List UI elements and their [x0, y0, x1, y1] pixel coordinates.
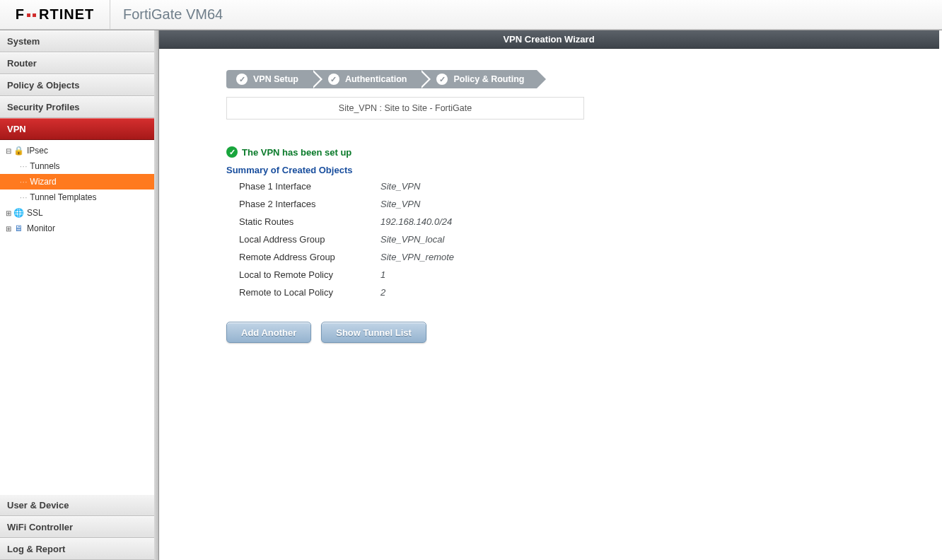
tree-ssl[interactable]: ⊞ 🌐 SSL — [0, 205, 155, 221]
wizard-steps: ✓ VPN Setup ✓ Authentication ✓ Policy & … — [226, 70, 942, 88]
tree-label: Monitor — [27, 223, 155, 233]
row-value: Site_VPN_local — [380, 234, 564, 245]
row-key: Phase 2 Interfaces — [239, 199, 380, 209]
row-value: Site_VPN — [380, 199, 564, 209]
sidebar-tree: ⊟ 🔒 IPsec ··· Tunnels ··· Wizard ··· Tun… — [0, 140, 155, 494]
tree-monitor[interactable]: ⊞ 🖥 Monitor — [0, 221, 155, 236]
expand-icon[interactable]: ⊞ — [4, 225, 13, 233]
monitor-icon: 🖥 — [13, 223, 24, 234]
nav-policy[interactable]: Policy & Objects — [0, 74, 155, 96]
row-value: 1 — [380, 269, 564, 280]
sidebar-top-group: System Router Policy & Objects Security … — [0, 30, 155, 140]
row-key: Remote to Local Policy — [239, 287, 380, 298]
brand-suffix: RTINET — [39, 6, 94, 23]
tree-label: Tunnel Templates — [30, 192, 155, 202]
tree-connector-icon: ··· — [20, 194, 30, 202]
row-key: Local Address Group — [239, 234, 380, 245]
tree-tunnels[interactable]: ··· Tunnels — [0, 158, 155, 174]
step-vpn-setup[interactable]: ✓ VPN Setup — [226, 70, 311, 88]
nav-user-device[interactable]: User & Device — [0, 494, 155, 516]
content: VPN Creation Wizard ✓ VPN Setup ✓ Authen… — [156, 30, 942, 560]
network-icon: 🌐 — [13, 207, 24, 218]
tree-label: Wizard — [30, 177, 155, 187]
main: System Router Policy & Objects Security … — [0, 30, 942, 560]
row-value: 2 — [380, 287, 564, 298]
step-label: Policy & Routing — [453, 74, 524, 84]
tree-connector-icon: ··· — [20, 178, 30, 186]
nav-secprof[interactable]: Security Profiles — [0, 96, 155, 118]
step-authentication[interactable]: ✓ Authentication — [311, 70, 420, 88]
row-value: Site_VPN_remote — [380, 252, 564, 262]
tree-wizard[interactable]: ··· Wizard — [0, 174, 155, 189]
page-title: VPN Creation Wizard — [158, 30, 939, 49]
sidebar-bottom-group: User & Device WiFi Controller Log & Repo… — [0, 494, 155, 560]
expand-icon[interactable]: ⊞ — [4, 209, 13, 217]
tree-label: IPsec — [27, 146, 155, 156]
tree-connector-icon: ··· — [20, 163, 30, 170]
collapse-icon[interactable]: ⊟ — [4, 147, 13, 155]
nav-system[interactable]: System — [0, 30, 155, 52]
nav-vpn[interactable]: VPN — [0, 118, 155, 140]
product-title: FortiGate VM64 — [110, 6, 223, 23]
tree-ipsec[interactable]: ⊟ 🔒 IPsec — [0, 143, 155, 158]
check-icon: ✓ — [328, 74, 339, 85]
brand-prefix: F — [16, 6, 25, 23]
topbar: F ▪▪ RTINET FortiGate VM64 — [0, 0, 942, 30]
tree-label: SSL — [27, 208, 155, 218]
show-tunnel-list-button[interactable]: Show Tunnel List — [321, 322, 426, 343]
step-label: Authentication — [345, 74, 407, 84]
row-value: 192.168.140.0/24 — [380, 216, 564, 227]
button-row: Add Another Show Tunnel List — [226, 322, 942, 343]
success-message: ✓ The VPN has been set up — [226, 146, 942, 158]
row-key: Static Routes — [239, 216, 380, 227]
tree-label: Tunnels — [30, 161, 155, 171]
summary-table: Phase 1 Interface Site_VPN Phase 2 Inter… — [226, 181, 942, 298]
step-policy-routing[interactable]: ✓ Policy & Routing — [419, 70, 537, 88]
check-icon: ✓ — [236, 74, 248, 85]
step-label: VPN Setup — [253, 74, 298, 84]
sidebar: System Router Policy & Objects Security … — [0, 30, 156, 560]
content-inner: ✓ VPN Setup ✓ Authentication ✓ Policy & … — [156, 49, 942, 343]
nav-router[interactable]: Router — [0, 52, 155, 74]
success-check-icon: ✓ — [226, 146, 238, 158]
nav-wifi[interactable]: WiFi Controller — [0, 516, 155, 538]
nav-log-report[interactable]: Log & Report — [0, 538, 155, 560]
tree-templates[interactable]: ··· Tunnel Templates — [0, 189, 155, 205]
lock-icon: 🔒 — [13, 145, 24, 156]
brand-logo: F ▪▪ RTINET — [0, 0, 110, 29]
check-icon: ✓ — [436, 74, 448, 85]
add-another-button[interactable]: Add Another — [226, 322, 311, 343]
vpn-info-box: Site_VPN : Site to Site - FortiGate — [226, 97, 584, 119]
summary-title: Summary of Created Objects — [226, 165, 942, 175]
success-text: The VPN has been set up — [242, 147, 351, 158]
row-key: Remote Address Group — [239, 252, 380, 262]
row-value: Site_VPN — [380, 181, 564, 192]
row-key: Local to Remote Policy — [239, 269, 380, 280]
row-key: Phase 1 Interface — [239, 181, 380, 192]
